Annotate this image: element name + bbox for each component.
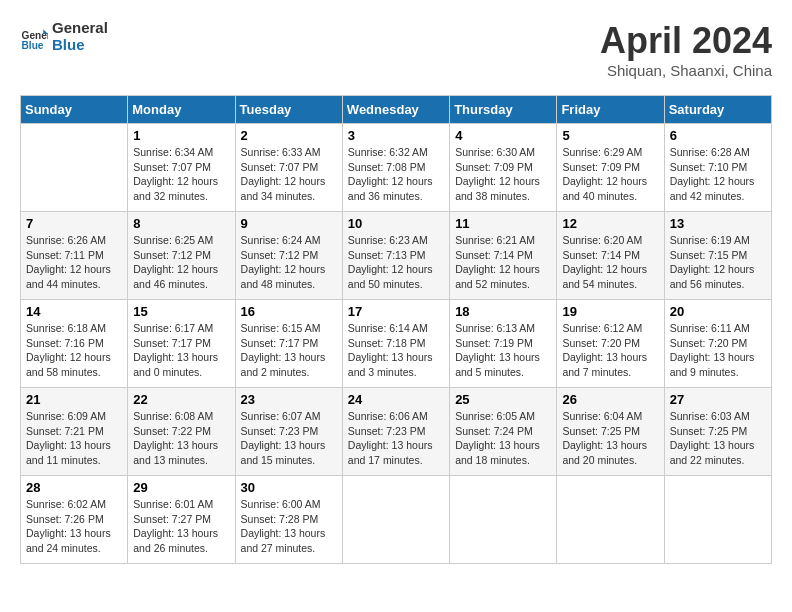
day-info: Sunrise: 6:04 AM Sunset: 7:25 PM Dayligh… [562,409,658,468]
calendar-cell: 12Sunrise: 6:20 AM Sunset: 7:14 PM Dayli… [557,212,664,300]
calendar-cell: 1Sunrise: 6:34 AM Sunset: 7:07 PM Daylig… [128,124,235,212]
day-info: Sunrise: 6:07 AM Sunset: 7:23 PM Dayligh… [241,409,337,468]
day-info: Sunrise: 6:08 AM Sunset: 7:22 PM Dayligh… [133,409,229,468]
calendar-cell: 24Sunrise: 6:06 AM Sunset: 7:23 PM Dayli… [342,388,449,476]
day-info: Sunrise: 6:30 AM Sunset: 7:09 PM Dayligh… [455,145,551,204]
calendar-cell: 20Sunrise: 6:11 AM Sunset: 7:20 PM Dayli… [664,300,771,388]
calendar-header-tuesday: Tuesday [235,96,342,124]
day-number: 14 [26,304,122,319]
day-number: 11 [455,216,551,231]
calendar-cell: 5Sunrise: 6:29 AM Sunset: 7:09 PM Daylig… [557,124,664,212]
day-info: Sunrise: 6:11 AM Sunset: 7:20 PM Dayligh… [670,321,766,380]
calendar-header-saturday: Saturday [664,96,771,124]
calendar-week-row: 7Sunrise: 6:26 AM Sunset: 7:11 PM Daylig… [21,212,772,300]
day-number: 29 [133,480,229,495]
day-number: 5 [562,128,658,143]
day-info: Sunrise: 6:18 AM Sunset: 7:16 PM Dayligh… [26,321,122,380]
calendar-cell: 9Sunrise: 6:24 AM Sunset: 7:12 PM Daylig… [235,212,342,300]
calendar-cell: 21Sunrise: 6:09 AM Sunset: 7:21 PM Dayli… [21,388,128,476]
day-number: 2 [241,128,337,143]
calendar-cell: 2Sunrise: 6:33 AM Sunset: 7:07 PM Daylig… [235,124,342,212]
logo-line2: Blue [52,37,108,54]
calendar-cell [557,476,664,564]
day-number: 22 [133,392,229,407]
day-number: 3 [348,128,444,143]
calendar-cell: 28Sunrise: 6:02 AM Sunset: 7:26 PM Dayli… [21,476,128,564]
day-number: 12 [562,216,658,231]
day-info: Sunrise: 6:25 AM Sunset: 7:12 PM Dayligh… [133,233,229,292]
day-info: Sunrise: 6:05 AM Sunset: 7:24 PM Dayligh… [455,409,551,468]
calendar-cell: 30Sunrise: 6:00 AM Sunset: 7:28 PM Dayli… [235,476,342,564]
logo-line1: General [52,20,108,37]
calendar-week-row: 21Sunrise: 6:09 AM Sunset: 7:21 PM Dayli… [21,388,772,476]
calendar-cell: 25Sunrise: 6:05 AM Sunset: 7:24 PM Dayli… [450,388,557,476]
day-number: 10 [348,216,444,231]
location: Shiquan, Shaanxi, China [600,62,772,79]
day-number: 9 [241,216,337,231]
calendar-cell: 13Sunrise: 6:19 AM Sunset: 7:15 PM Dayli… [664,212,771,300]
day-number: 13 [670,216,766,231]
calendar-cell [342,476,449,564]
calendar-cell [664,476,771,564]
calendar-cell [450,476,557,564]
day-number: 7 [26,216,122,231]
calendar-cell: 26Sunrise: 6:04 AM Sunset: 7:25 PM Dayli… [557,388,664,476]
day-number: 17 [348,304,444,319]
calendar-cell: 11Sunrise: 6:21 AM Sunset: 7:14 PM Dayli… [450,212,557,300]
calendar-cell: 29Sunrise: 6:01 AM Sunset: 7:27 PM Dayli… [128,476,235,564]
calendar-week-row: 14Sunrise: 6:18 AM Sunset: 7:16 PM Dayli… [21,300,772,388]
day-info: Sunrise: 6:23 AM Sunset: 7:13 PM Dayligh… [348,233,444,292]
day-number: 15 [133,304,229,319]
calendar-cell [21,124,128,212]
calendar-header-friday: Friday [557,96,664,124]
day-number: 20 [670,304,766,319]
day-info: Sunrise: 6:28 AM Sunset: 7:10 PM Dayligh… [670,145,766,204]
day-info: Sunrise: 6:14 AM Sunset: 7:18 PM Dayligh… [348,321,444,380]
day-number: 28 [26,480,122,495]
title-block: April 2024 Shiquan, Shaanxi, China [600,20,772,79]
day-info: Sunrise: 6:20 AM Sunset: 7:14 PM Dayligh… [562,233,658,292]
calendar-header-thursday: Thursday [450,96,557,124]
day-number: 16 [241,304,337,319]
calendar-cell: 6Sunrise: 6:28 AM Sunset: 7:10 PM Daylig… [664,124,771,212]
day-number: 30 [241,480,337,495]
day-info: Sunrise: 6:00 AM Sunset: 7:28 PM Dayligh… [241,497,337,556]
day-info: Sunrise: 6:17 AM Sunset: 7:17 PM Dayligh… [133,321,229,380]
calendar-cell: 23Sunrise: 6:07 AM Sunset: 7:23 PM Dayli… [235,388,342,476]
day-info: Sunrise: 6:02 AM Sunset: 7:26 PM Dayligh… [26,497,122,556]
calendar-cell: 3Sunrise: 6:32 AM Sunset: 7:08 PM Daylig… [342,124,449,212]
day-info: Sunrise: 6:29 AM Sunset: 7:09 PM Dayligh… [562,145,658,204]
calendar-cell: 19Sunrise: 6:12 AM Sunset: 7:20 PM Dayli… [557,300,664,388]
calendar-cell: 15Sunrise: 6:17 AM Sunset: 7:17 PM Dayli… [128,300,235,388]
calendar-cell: 18Sunrise: 6:13 AM Sunset: 7:19 PM Dayli… [450,300,557,388]
day-number: 21 [26,392,122,407]
calendar-cell: 16Sunrise: 6:15 AM Sunset: 7:17 PM Dayli… [235,300,342,388]
day-info: Sunrise: 6:26 AM Sunset: 7:11 PM Dayligh… [26,233,122,292]
day-number: 24 [348,392,444,407]
day-info: Sunrise: 6:15 AM Sunset: 7:17 PM Dayligh… [241,321,337,380]
calendar-cell: 10Sunrise: 6:23 AM Sunset: 7:13 PM Dayli… [342,212,449,300]
month-title: April 2024 [600,20,772,62]
calendar-cell: 7Sunrise: 6:26 AM Sunset: 7:11 PM Daylig… [21,212,128,300]
day-info: Sunrise: 6:03 AM Sunset: 7:25 PM Dayligh… [670,409,766,468]
svg-text:Blue: Blue [22,39,44,50]
day-number: 4 [455,128,551,143]
day-number: 8 [133,216,229,231]
day-number: 26 [562,392,658,407]
day-number: 23 [241,392,337,407]
calendar-header-row: SundayMondayTuesdayWednesdayThursdayFrid… [21,96,772,124]
day-number: 1 [133,128,229,143]
day-number: 27 [670,392,766,407]
day-number: 19 [562,304,658,319]
day-info: Sunrise: 6:33 AM Sunset: 7:07 PM Dayligh… [241,145,337,204]
day-number: 18 [455,304,551,319]
day-info: Sunrise: 6:12 AM Sunset: 7:20 PM Dayligh… [562,321,658,380]
logo: General Blue General Blue [20,20,108,53]
day-info: Sunrise: 6:01 AM Sunset: 7:27 PM Dayligh… [133,497,229,556]
day-info: Sunrise: 6:32 AM Sunset: 7:08 PM Dayligh… [348,145,444,204]
calendar-table: SundayMondayTuesdayWednesdayThursdayFrid… [20,95,772,564]
calendar-cell: 14Sunrise: 6:18 AM Sunset: 7:16 PM Dayli… [21,300,128,388]
calendar-cell: 8Sunrise: 6:25 AM Sunset: 7:12 PM Daylig… [128,212,235,300]
day-info: Sunrise: 6:34 AM Sunset: 7:07 PM Dayligh… [133,145,229,204]
day-number: 25 [455,392,551,407]
